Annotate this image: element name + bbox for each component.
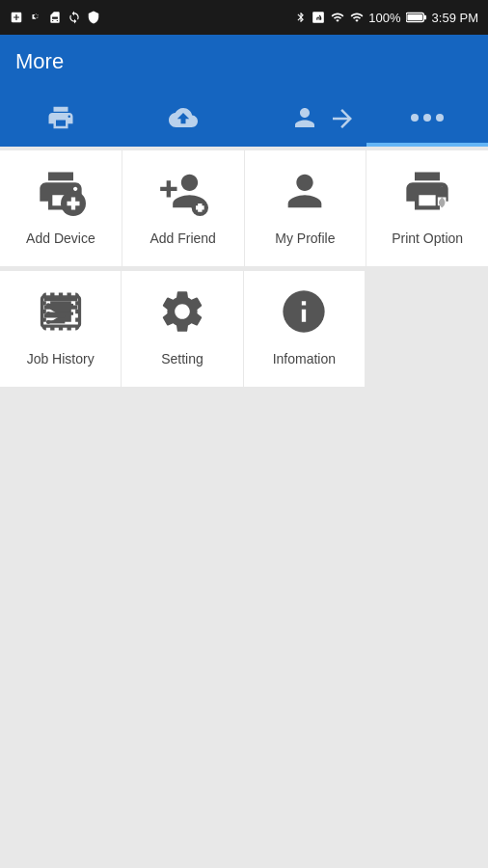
sync-icon xyxy=(68,11,81,24)
my-profile-icon-container xyxy=(280,171,330,221)
add-device-label: Add Device xyxy=(26,231,95,246)
tab-cloud[interactable] xyxy=(122,89,245,147)
information-icon-container xyxy=(279,291,329,341)
grid-row-2-wrapper: Job History Setting Infomation xyxy=(0,271,488,387)
svg-point-8 xyxy=(45,303,49,307)
dots-icon xyxy=(411,114,444,122)
svg-point-9 xyxy=(45,312,49,315)
add-friend-icon-container xyxy=(158,171,208,221)
status-bar: 100% 3:59 PM xyxy=(0,0,488,35)
shield-icon xyxy=(87,11,100,24)
information-label: Infomation xyxy=(273,351,336,366)
empty-space xyxy=(365,271,488,387)
job-history-icon-container xyxy=(36,291,86,341)
battery-percentage: 100% xyxy=(368,11,400,25)
job-history-label: Job History xyxy=(27,351,95,366)
my-profile-item[interactable]: My Profile xyxy=(245,150,367,266)
add-friend-icon xyxy=(158,166,208,216)
signal-icon xyxy=(350,11,364,24)
add-device-icon xyxy=(36,166,86,216)
background-area xyxy=(0,387,488,868)
add-friend-item[interactable]: Add Friend xyxy=(122,150,245,266)
nav-tabs xyxy=(0,89,488,147)
tab-account[interactable] xyxy=(244,89,366,147)
setting-label: Setting xyxy=(161,351,203,366)
status-icons xyxy=(10,11,100,24)
print-option-item[interactable]: Print Option xyxy=(366,150,488,266)
job-history-item[interactable]: Job History xyxy=(0,271,122,387)
my-profile-icon xyxy=(280,166,330,216)
add-icon xyxy=(10,11,23,24)
information-item[interactable]: Infomation xyxy=(244,271,365,387)
print-option-icon xyxy=(402,166,452,216)
nfc-icon xyxy=(312,11,325,24)
add-friend-label: Add Friend xyxy=(149,231,215,246)
wifi-icon xyxy=(330,11,345,24)
printer-icon xyxy=(46,103,75,132)
bluetooth-icon xyxy=(295,11,307,24)
add-device-icon-container xyxy=(36,171,86,221)
setting-item[interactable]: Setting xyxy=(122,271,243,387)
header: More xyxy=(0,35,488,89)
setting-icon-container xyxy=(157,291,207,341)
tab-more[interactable] xyxy=(366,89,489,147)
print-option-icon-container xyxy=(402,171,452,221)
account-icon xyxy=(290,103,319,132)
setting-icon xyxy=(157,286,207,337)
usb-icon xyxy=(29,11,42,24)
arrow-right-icon xyxy=(328,104,357,133)
print-option-label: Print Option xyxy=(392,231,463,246)
my-profile-label: My Profile xyxy=(275,231,335,246)
add-device-item[interactable]: Add Device xyxy=(0,150,122,266)
svg-rect-1 xyxy=(423,15,426,20)
grid-row-1: Add Device Add Friend My Profile xyxy=(0,150,488,267)
cloud-icon xyxy=(169,103,198,132)
sim-icon xyxy=(48,11,62,24)
grid-row-2: Job History Setting Infomation xyxy=(0,271,365,387)
svg-rect-2 xyxy=(407,14,422,20)
tab-printer[interactable] xyxy=(0,89,122,147)
status-right: 100% 3:59 PM xyxy=(295,11,478,25)
job-history-icon xyxy=(36,286,86,337)
battery-icon xyxy=(406,12,427,23)
time: 3:59 PM xyxy=(432,11,478,25)
information-icon xyxy=(279,286,329,337)
header-title: More xyxy=(15,49,64,74)
